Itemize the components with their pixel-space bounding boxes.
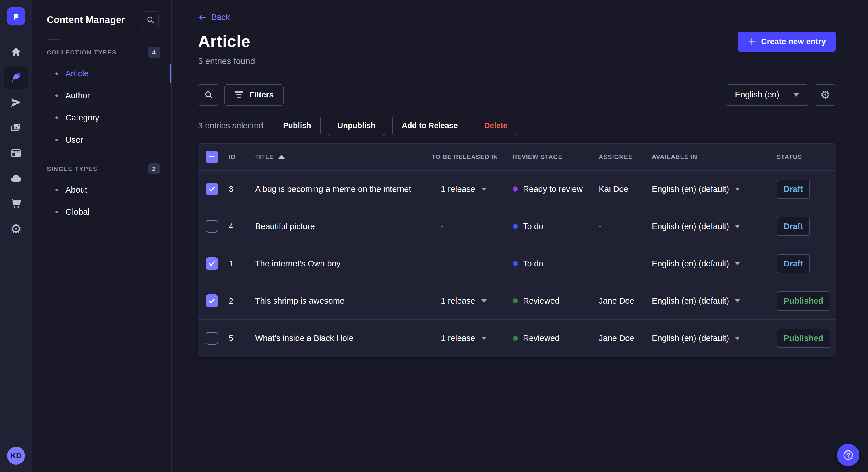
app-window: ⚙ KD Content Manager COLLECTION TYPES 4 … [0,0,868,472]
locale-select[interactable]: English (en) [726,84,808,105]
sidebar-item-global[interactable]: Global [32,201,172,223]
column-header-available-in[interactable]: AVAILABLE IN [652,154,777,160]
media-library-images-icon[interactable] [4,116,28,140]
add-to-release-button[interactable]: Add to Release [392,116,467,136]
select-all-checkbox[interactable] [206,150,218,163]
check-icon [208,185,216,193]
sidebar-item-article[interactable]: Article [32,63,172,85]
marketplace-cart-icon[interactable] [4,192,28,215]
bullet-icon [55,72,58,75]
back-label: Back [211,12,229,22]
column-header-review-stage[interactable]: REVIEW STAGE [513,154,599,160]
table-row[interactable]: 1 The internet's Own boy - To do - Engli… [198,245,836,282]
table-row[interactable]: 5 What's inside a Black Hole 1 release R… [198,320,836,357]
stage-dot-icon [513,336,518,341]
column-header-title[interactable]: TITLE [255,154,432,160]
cell-assignee: Jane Doe [599,296,652,306]
cell-title: The internet's Own boy [255,259,432,268]
row-checkbox[interactable] [206,257,218,270]
status-badge: Draft [777,217,810,236]
cell-assignee: - [599,222,652,231]
sidebar-item-label: Category [65,113,99,123]
filters-button[interactable]: Filters [224,84,284,105]
selection-count-text: 3 entries selected [198,121,263,131]
create-new-entry-button[interactable]: Create new entry [738,32,836,52]
sidebar-item-label: Author [65,91,90,100]
section-label-collection-types: COLLECTION TYPES [47,49,117,56]
settings-gear-icon[interactable]: ⚙ [4,217,28,241]
column-header-status[interactable]: STATUS [777,154,836,160]
releases-paper-plane-icon[interactable] [4,91,28,114]
cell-release[interactable]: 1 release [432,184,513,194]
status-badge: Published [777,329,830,348]
table-search-button[interactable] [198,84,219,105]
unpublish-button[interactable]: Unpublish [328,116,385,136]
subnav-search-button[interactable] [142,11,159,28]
entries-table: ID TITLE TO BE RELEASED IN REVIEW STAGE … [198,143,836,357]
stage-dot-icon [513,187,518,192]
cell-release: - [432,259,513,268]
cell-available-in[interactable]: English (en) (default) [652,184,777,194]
cell-review-stage: To do [513,259,599,268]
cloud-icon[interactable] [4,167,28,190]
plus-icon [748,38,756,45]
rail-bottom-divider [0,440,32,440]
filters-label: Filters [249,90,274,100]
sidebar-item-user[interactable]: User [32,129,172,151]
cell-review-stage: Reviewed [513,334,599,343]
subnav-rule [47,39,60,40]
column-header-assignee[interactable]: ASSIGNEE [599,154,652,160]
content-type-builder-layout-icon[interactable] [4,141,28,165]
main-content: Back Article Create new entry 5 entries … [172,0,868,472]
cell-release: - [432,222,513,231]
content-manager-feather-icon[interactable] [4,66,28,89]
stage-dot-icon [513,261,518,266]
table-row[interactable]: 4 Beautiful picture - To do - English (e… [198,208,836,245]
sidebar-item-label: About [65,185,87,195]
status-badge: Draft [777,254,810,273]
cell-id: 5 [224,334,255,343]
chevron-down-icon [735,337,740,340]
back-link[interactable]: Back [198,12,229,22]
cell-release[interactable]: 1 release [432,334,513,343]
strapi-logo[interactable] [7,7,25,25]
home-icon[interactable] [4,40,28,64]
cell-available-in[interactable]: English (en) (default) [652,222,777,231]
create-label: Create new entry [761,37,826,46]
row-checkbox[interactable] [206,220,218,233]
user-avatar[interactable]: KD [7,447,25,465]
row-checkbox[interactable] [206,332,218,345]
sidebar-item-category[interactable]: Category [32,107,172,129]
cell-available-in[interactable]: English (en) (default) [652,296,777,306]
cell-review-stage: Ready to review [513,184,599,194]
chevron-down-icon [482,299,487,303]
page-title: Article [198,32,251,51]
collection-types-count-badge: 4 [148,47,160,58]
search-icon [204,90,214,100]
bullet-icon [55,211,58,213]
sidebar-item-about[interactable]: About [32,179,172,201]
row-checkbox[interactable] [206,295,218,307]
cell-release[interactable]: 1 release [432,296,513,306]
row-checkbox[interactable] [206,183,218,195]
view-settings-button[interactable]: ⚙ [815,84,836,105]
chevron-down-icon [735,225,740,228]
table-row[interactable]: 3 A bug is becoming a meme on the intern… [198,171,836,208]
delete-button[interactable]: Delete [475,116,517,136]
table-header-row: ID TITLE TO BE RELEASED IN REVIEW STAGE … [198,144,836,171]
cell-available-in[interactable]: English (en) (default) [652,334,777,343]
help-button[interactable] [837,444,859,466]
column-header-id[interactable]: ID [224,154,255,160]
cell-available-in[interactable]: English (en) (default) [652,259,777,268]
entries-count: 5 entries found [198,56,836,66]
gear-glyph: ⚙ [10,223,22,235]
publish-button[interactable]: Publish [274,116,321,136]
check-icon [208,297,216,305]
stage-dot-icon [513,224,518,229]
table-row[interactable]: 2 This shrimp is awesome 1 release Revie… [198,282,836,320]
column-header-release[interactable]: TO BE RELEASED IN [432,154,513,160]
chevron-down-icon [735,262,740,265]
cell-title: This shrimp is awesome [255,296,432,306]
section-label-single-types: SINGLE TYPES [47,165,98,172]
sidebar-item-author[interactable]: Author [32,85,172,107]
